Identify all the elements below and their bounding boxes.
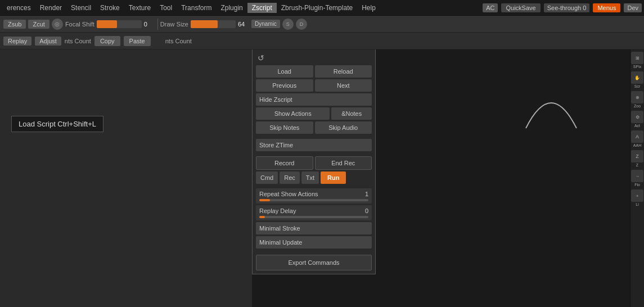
draw-size-value: 64: [238, 21, 249, 28]
zscript-panel: ↺ Load Reload Previous Next Hide Zscript…: [252, 49, 376, 274]
z-label: Z: [636, 163, 638, 167]
repeat-show-slider[interactable]: [259, 199, 368, 201]
focal-shift-value: 0: [144, 21, 155, 28]
next-button[interactable]: Next: [315, 79, 372, 92]
end-rec-button[interactable]: End Rec: [315, 156, 372, 170]
paste-button[interactable]: Paste: [124, 36, 151, 46]
menu-item-zplugin[interactable]: Zplugin: [216, 3, 247, 13]
hide-zscript-button[interactable]: Hide Zscript: [256, 93, 372, 106]
cmd-row: Cmd Rec Txt Run: [256, 171, 372, 184]
repeat-show-header: Repeat Show Actions 1: [259, 191, 368, 197]
skip-audio-button[interactable]: Skip Audio: [315, 121, 372, 134]
adjust-button[interactable]: Adjust: [35, 37, 61, 46]
menu-item-tool[interactable]: Tool: [155, 3, 177, 13]
scr-label: Scr: [634, 84, 641, 88]
menu-bar: erences Render Stencil Stroke Texture To…: [0, 0, 644, 16]
sidebar-act: ⚙ Act: [631, 111, 643, 128]
minimal-update-button[interactable]: Minimal Update: [256, 236, 372, 249]
sidebar-z: Z Z: [631, 150, 643, 167]
sidebar-li: + Li: [631, 189, 643, 206]
arc-svg: [517, 66, 585, 134]
aah-icon[interactable]: A: [631, 130, 643, 143]
menu-item-texture[interactable]: Texture: [124, 3, 155, 13]
tooltip-text: Load Script Ctrl+Shift+L: [19, 120, 96, 128]
repeat-show-actions-row[interactable]: Repeat Show Actions 1: [256, 188, 372, 204]
replay-delay-row[interactable]: Replay Delay 0: [256, 205, 372, 220]
previous-button[interactable]: Previous: [256, 79, 313, 92]
menu-item-help[interactable]: Help: [357, 3, 380, 13]
z-icon[interactable]: Z: [631, 150, 643, 162]
canvas-shape: [517, 66, 585, 134]
zcut-button[interactable]: Zcut: [28, 20, 49, 29]
flo-label: Flo: [634, 183, 640, 187]
focal-shift-label: Focal Shift: [65, 21, 94, 28]
rec-button[interactable]: Rec: [280, 171, 300, 184]
show-actions-button[interactable]: Show Actions: [256, 107, 330, 120]
flo-icon[interactable]: →: [631, 170, 643, 182]
prev-next-row: Previous Next: [256, 79, 372, 92]
txt-button[interactable]: Txt: [301, 171, 319, 184]
store-ztime-button[interactable]: Store ZTime: [256, 139, 372, 151]
spix-icon[interactable]: ⊞: [631, 52, 643, 64]
ac-button[interactable]: AC: [483, 3, 498, 12]
notes-button[interactable]: &Notes: [331, 107, 372, 120]
load-button[interactable]: Load: [256, 65, 313, 78]
scr-icon[interactable]: ✋: [631, 71, 643, 84]
skip-notes-button[interactable]: Skip Notes: [256, 121, 313, 134]
seethrough-button[interactable]: See-through 0: [544, 3, 590, 12]
refresh-icon[interactable]: ↺: [256, 53, 266, 63]
show-actions-row: Show Actions &Notes: [256, 107, 372, 120]
replay-delay-header: Replay Delay 0: [259, 207, 368, 214]
toolbar2: Zsub Zcut ◎ Focal Shift 0 Draw Size 64 D…: [0, 16, 644, 33]
menu-item-preferences[interactable]: erences: [2, 3, 35, 13]
record-row: Record End Rec: [256, 156, 372, 170]
cmd-button[interactable]: Cmd: [256, 171, 278, 184]
right-sidebar: ⊞ SPix ✋ Scr ⊕ Zoo ⚙ Act A AAH Z Z → Flo…: [630, 49, 644, 307]
replay-delay-value: 0: [365, 207, 368, 214]
brush-icon[interactable]: ◎: [52, 19, 63, 30]
sidebar-aah: A AAH: [631, 130, 643, 147]
menus-button[interactable]: Menus: [593, 3, 620, 12]
tooltip-popup: Load Script Ctrl+Shift+L: [11, 116, 103, 132]
sidebar-spix: ⊞ SPix: [631, 52, 643, 69]
dev-button[interactable]: Dev: [624, 3, 642, 12]
spix-label: SPix: [633, 65, 641, 69]
minimal-stroke-button[interactable]: Minimal Stroke: [256, 222, 372, 234]
s-icon[interactable]: S: [282, 19, 294, 30]
menu-item-zscript[interactable]: Zscript: [247, 3, 277, 13]
left-panel: Load Script Ctrl+Shift+L: [0, 49, 252, 307]
toolbar3: Replay Adjust nts Count Copy Paste nts C…: [0, 33, 644, 49]
load-reload-row: Load Reload: [256, 65, 372, 78]
menu-item-transform[interactable]: Transform: [177, 3, 216, 13]
replay-delay-label: Replay Delay: [259, 207, 296, 214]
quicksave-button[interactable]: QuickSave: [501, 3, 540, 12]
focal-shift-control: Focal Shift 0: [65, 20, 155, 28]
menu-item-stencil[interactable]: Stencil: [66, 3, 96, 13]
sidebar-zoo: ⊕ Zoo: [631, 91, 643, 108]
replay-button[interactable]: Replay: [3, 37, 31, 46]
act-icon[interactable]: ⚙: [631, 111, 643, 123]
export-commands-button[interactable]: Export Commands: [256, 255, 372, 270]
zoo-label: Zoo: [634, 104, 641, 108]
replay-delay-slider[interactable]: [259, 216, 368, 218]
d-icon[interactable]: D: [296, 19, 307, 30]
dynamic-button[interactable]: Dynamic: [251, 20, 280, 28]
aah-label: AAH: [633, 143, 641, 147]
copy-button[interactable]: Copy: [94, 36, 120, 46]
zsub-button[interactable]: Zsub: [3, 20, 26, 29]
li-label: Li: [636, 202, 638, 206]
menu-bar-right: AC QuickSave See-through 0 Menus Dev: [483, 3, 642, 12]
run-button[interactable]: Run: [321, 171, 346, 184]
zoo-icon[interactable]: ⊕: [631, 91, 643, 103]
reload-button[interactable]: Reload: [315, 65, 372, 78]
li-icon[interactable]: +: [631, 189, 643, 202]
points-count-label: nts Count: [65, 38, 91, 44]
draw-size-slider[interactable]: [191, 20, 236, 28]
sidebar-flo: → Flo: [631, 170, 643, 187]
menu-item-stroke[interactable]: Stroke: [96, 3, 124, 13]
record-button[interactable]: Record: [256, 156, 313, 170]
focal-shift-slider[interactable]: [97, 20, 142, 28]
sidebar-scr: ✋ Scr: [631, 71, 643, 88]
menu-item-render[interactable]: Render: [35, 3, 66, 13]
menu-item-plugin-template[interactable]: Zbrush-Plugin-Template: [277, 3, 357, 13]
